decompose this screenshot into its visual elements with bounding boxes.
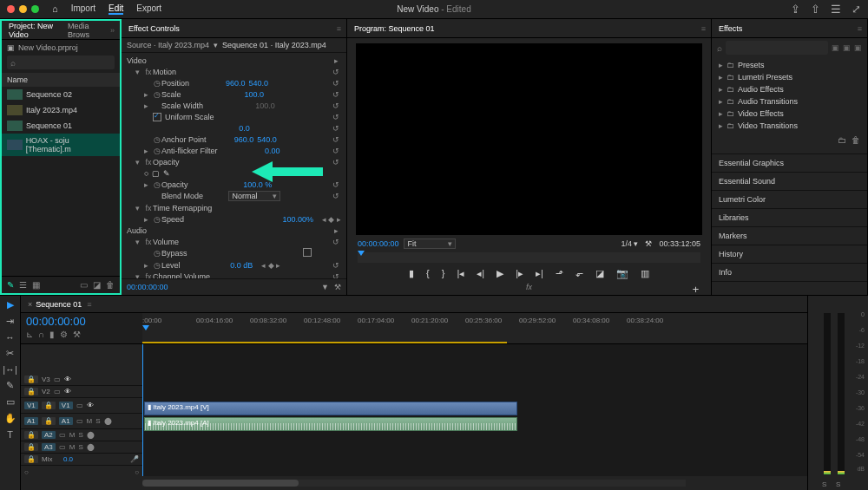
reset-icon[interactable]: ↺ [331,68,341,76]
speed-value[interactable]: 100.00% [282,215,313,224]
track-lock-icon[interactable]: 🔒 [42,417,56,425]
rotation-value[interactable]: 0.0 [239,124,250,133]
export-frame-icon[interactable]: ◪ [595,268,604,279]
playhead-icon[interactable] [358,251,365,256]
track-visibility-icon[interactable]: 👁 [64,376,71,383]
voiceover-icon[interactable]: ⬤ [87,431,95,439]
program-timecode[interactable]: 00:00:00:00 [358,239,399,248]
project-search-input[interactable]: ⌕ [7,56,115,69]
track-lock-icon[interactable]: 🔒 [24,388,38,395]
settings-icon[interactable]: ⚒ [645,239,652,248]
panel-menu-icon[interactable]: ≡ [701,24,706,33]
track-options-icon[interactable]: ○ [24,468,29,476]
track-visibility-icon[interactable]: 👁 [64,388,71,395]
tab-sequence[interactable]: Sequence 01 [36,300,82,309]
reset-icon[interactable]: ↺ [331,101,341,110]
position-x-value[interactable]: 960.0 [226,79,246,88]
trash-icon[interactable]: 🗑 [106,280,115,290]
tab-effect-controls[interactable]: Effect Controls [127,22,181,36]
effects-search-input[interactable] [726,41,828,55]
solo-button[interactable]: S [836,480,840,488]
play-button[interactable]: ▶ [496,268,503,279]
track-lock-icon[interactable]: 🔒 [42,402,56,409]
list-view-icon[interactable]: ☰ [19,280,27,290]
track-header-v1[interactable]: V1🔒V1▭👁 [21,398,142,414]
rectangle-tool-icon[interactable]: ▭ [6,396,15,408]
project-item[interactable]: Sequence 02 [2,87,120,102]
button-editor-icon[interactable]: + [692,283,699,296]
project-column-name[interactable]: Name [2,73,120,87]
lift-icon[interactable]: ⬏ [556,268,563,279]
effects-folder[interactable]: ▸🗀Presets [712,59,867,71]
anchor-y-value[interactable]: 540.0 [257,135,277,144]
track-lock-icon[interactable]: 🔒 [24,455,38,463]
prop-level[interactable]: Level [161,261,181,270]
panel-essential-graphics[interactable]: Essential Graphics [712,154,867,173]
playhead-line[interactable] [142,344,143,476]
prop-anchor[interactable]: Anchor Point [161,135,207,144]
fit-dropdown[interactable]: Fit [404,238,456,249]
snap-icon[interactable]: ⊾ [26,330,33,339]
effects-folder[interactable]: ▸🗀Audio Effects [712,83,867,95]
mask-pen-icon[interactable]: ✎ [163,169,170,178]
reset-icon[interactable]: ↺ [331,180,341,189]
prop-scale[interactable]: Scale [161,90,181,99]
type-tool-icon[interactable]: T [7,429,13,440]
stopwatch-icon[interactable]: ◷ [153,79,161,88]
track-header-a1[interactable]: A1🔒A1▭MS⬤ [21,414,142,429]
menu-edit[interactable]: Edit [108,3,123,15]
compare-icon[interactable]: ▥ [641,268,649,279]
fx-badge-icon[interactable]: ▣ [843,43,851,52]
home-icon[interactable]: ⌂ [52,3,58,15]
step-back-icon[interactable]: ◂| [477,268,484,279]
go-to-out-icon[interactable]: ▸| [536,268,543,279]
reset-icon[interactable]: ↺ [331,192,341,200]
reset-icon[interactable]: ↺ [331,113,341,121]
voiceover-icon[interactable]: ⬤ [87,443,95,451]
twirl-icon[interactable]: ▾ [135,272,144,279]
tab-project[interactable]: Project: New Video [7,19,57,42]
reset-icon[interactable]: ↺ [331,238,341,246]
track-target-a3[interactable]: A3 [42,443,56,451]
panel-lumetri-color[interactable]: Lumetri Color [712,191,867,209]
new-bin-icon[interactable]: ▭ [80,280,88,290]
twirl-icon[interactable]: ▸ [144,215,153,224]
prop-opacity[interactable]: Opacity [161,180,188,189]
twirl-icon[interactable]: ▸ [144,261,153,270]
edit-icon[interactable]: ✎ [7,280,14,290]
track-lock-icon[interactable]: 🔒 [24,431,38,439]
mask-ellipse-icon[interactable]: ○ [144,169,148,178]
prop-motion[interactable]: Motion [153,68,176,76]
track-header-v3[interactable]: 🔒V3▭👁 [21,374,142,386]
timeline-zoom-scrollbar[interactable] [142,480,686,487]
section-audio[interactable]: Audio [127,226,147,235]
tab-program[interactable]: Program: Sequence 01 [352,22,437,36]
prop-antiflicker[interactable]: Anti-flicker Filter [161,147,218,155]
camera-icon[interactable]: 📷 [616,268,628,279]
reset-icon[interactable]: ↺ [331,135,341,144]
project-item-selected[interactable]: HOAX - soju [Thematic].m [2,134,120,156]
anchor-x-value[interactable]: 960.0 [234,135,254,144]
twirl-icon[interactable]: ▾ [135,158,144,167]
project-item[interactable]: Sequence 01 [2,118,120,134]
track-select-tool-icon[interactable]: ⇥ [6,316,14,327]
track-target-a1[interactable]: A1 [59,417,73,425]
fullscreen-icon[interactable]: ⤢ [852,3,861,16]
track-target-a2[interactable]: A2 [42,431,56,439]
panel-libraries[interactable]: Libraries [712,209,867,227]
timeline-timecode[interactable]: 00:00:00:00 [26,315,137,328]
twirl-icon[interactable]: ▸ [144,147,153,155]
solo-button[interactable]: S [822,480,826,488]
share-icon[interactable]: ⇪ [791,3,800,16]
track-target-v1[interactable]: V1 [59,402,73,409]
reset-icon[interactable]: ↺ [331,147,341,155]
panel-markers[interactable]: Markers [712,227,867,245]
filter-icon[interactable]: ▼ [321,283,329,291]
playhead-icon[interactable] [142,325,149,330]
stopwatch-icon[interactable]: ◷ [153,249,161,258]
track-header-mix[interactable]: 🔒Mix 0.0🎤 [21,454,142,466]
fx-badge-icon[interactable]: ▣ [854,43,862,52]
track-target-icon[interactable]: ▭ [54,388,61,395]
marker-icon[interactable]: ▮ [49,330,55,339]
tab-media-browser[interactable]: Media Brows [66,19,102,42]
